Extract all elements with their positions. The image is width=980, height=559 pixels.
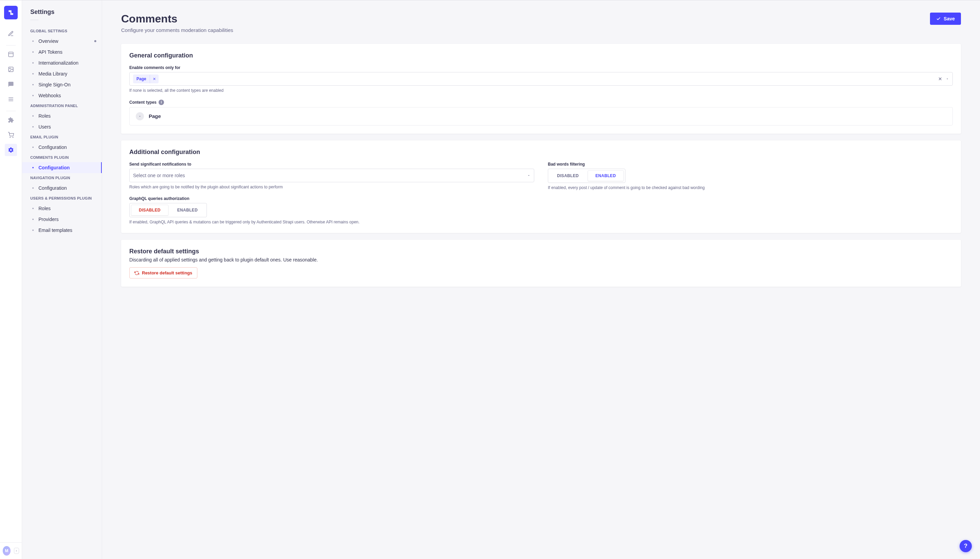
list-icon[interactable] bbox=[5, 93, 17, 106]
sidebar-item-label: Configuration bbox=[38, 185, 67, 191]
sidebar-item-label: Single Sign-On bbox=[38, 82, 70, 88]
user-avatar[interactable]: M bbox=[3, 546, 10, 556]
marketplace-icon[interactable] bbox=[5, 129, 17, 141]
sidebar-item-label: Webhooks bbox=[38, 93, 61, 98]
additional-config-card: Additional configuration Send significan… bbox=[121, 141, 961, 233]
settings-sidebar: Settings GLOBAL SETTINGSOverviewAPI Toke… bbox=[22, 0, 102, 559]
sidebar-item[interactable]: Roles bbox=[22, 203, 102, 214]
graphql-toggle: DISABLED ENABLED bbox=[129, 203, 207, 217]
section-label: NAVIGATION PLUGIN bbox=[22, 173, 102, 183]
badwords-disabled-btn[interactable]: DISABLED bbox=[550, 170, 586, 181]
sidebar-item-label: Media Library bbox=[38, 71, 67, 76]
section-label: COMMENTS PLUGIN bbox=[22, 153, 102, 162]
app-logo[interactable] bbox=[4, 6, 18, 19]
settings-icon[interactable] bbox=[5, 144, 17, 156]
additional-title: Additional configuration bbox=[129, 149, 953, 156]
badwords-toggle: DISABLED ENABLED bbox=[548, 169, 625, 183]
chevron-down-icon bbox=[527, 174, 531, 177]
sidebar-item[interactable]: Configuration bbox=[22, 142, 102, 153]
general-title: General configuration bbox=[129, 52, 953, 59]
page-title: Comments bbox=[121, 13, 233, 25]
sidebar-item[interactable]: Roles bbox=[22, 111, 102, 121]
sidebar-item-label: Providers bbox=[38, 217, 58, 222]
sidebar-item-label: Roles bbox=[38, 113, 51, 119]
graphql-disabled-btn[interactable]: DISABLED bbox=[131, 205, 168, 215]
page-subtitle: Configure your comments moderation capab… bbox=[121, 27, 233, 33]
restore-subtitle: Discarding all of applied settings and g… bbox=[129, 257, 953, 263]
svg-rect-0 bbox=[8, 52, 13, 57]
notify-select[interactable]: Select one or more roles bbox=[129, 169, 534, 182]
rail-expand[interactable] bbox=[14, 548, 19, 554]
enable-label: Enable comments only for bbox=[129, 65, 953, 70]
comments-icon[interactable] bbox=[5, 78, 17, 91]
content-icon[interactable] bbox=[5, 28, 17, 40]
sidebar-item-label: API Tokens bbox=[38, 49, 63, 55]
sidebar-item-label: Roles bbox=[38, 206, 51, 211]
enable-help: If none is selected, all the content typ… bbox=[129, 88, 953, 94]
restore-card: Restore default settings Discarding all … bbox=[121, 240, 961, 287]
sidebar-item-label: Internationalization bbox=[38, 60, 79, 66]
sidebar-item[interactable]: Providers bbox=[22, 214, 102, 225]
main-content: Comments Configure your comments moderat… bbox=[102, 0, 980, 559]
graphql-help: If enabled, GraphQL API queries & mutati… bbox=[129, 219, 534, 225]
sidebar-item-label: Configuration bbox=[38, 144, 67, 150]
restore-title: Restore default settings bbox=[129, 248, 953, 255]
section-label: ADMINISTRATION PANEL bbox=[22, 101, 102, 111]
sidebar-item[interactable]: Single Sign-On bbox=[22, 79, 102, 90]
badwords-enabled-btn[interactable]: ENABLED bbox=[588, 170, 624, 181]
sidebar-item-label: Overview bbox=[38, 38, 58, 44]
sidebar-item[interactable]: Media Library bbox=[22, 68, 102, 79]
badwords-label: Bad words filtering bbox=[548, 162, 953, 167]
general-config-card: General configuration Enable comments on… bbox=[121, 44, 961, 134]
section-label: EMAIL PLUGIN bbox=[22, 132, 102, 142]
sidebar-title: Settings bbox=[22, 8, 102, 20]
sidebar-item[interactable]: Email templates bbox=[22, 225, 102, 236]
graphql-label: GraphQL queries authorization bbox=[129, 196, 534, 201]
section-label: GLOBAL SETTINGS bbox=[22, 26, 102, 36]
sidebar-item[interactable]: Internationalization bbox=[22, 58, 102, 68]
refresh-icon bbox=[134, 271, 139, 275]
sidebar-item[interactable]: Configuration bbox=[22, 162, 102, 173]
notify-help: Roles which are going to be notified by … bbox=[129, 184, 534, 190]
sidebar-item[interactable]: Overview bbox=[22, 36, 102, 46]
sidebar-item[interactable]: API Tokens bbox=[22, 46, 102, 58]
tag-page: Page ✕ bbox=[133, 74, 159, 83]
svg-point-3 bbox=[10, 137, 10, 138]
plugins-icon[interactable] bbox=[5, 114, 17, 126]
save-button[interactable]: Save bbox=[930, 13, 961, 25]
content-type-accordion[interactable]: Page bbox=[129, 107, 953, 126]
restore-button[interactable]: Restore default settings bbox=[129, 267, 197, 278]
graphql-enabled-btn[interactable]: ENABLED bbox=[170, 205, 205, 215]
notify-label: Send significant notifications to bbox=[129, 162, 534, 167]
indicator-dot bbox=[94, 40, 96, 42]
section-label: USERS & PERMISSIONS PLUGIN bbox=[22, 194, 102, 203]
sidebar-item-label: Configuration bbox=[38, 165, 70, 170]
sidebar-item[interactable]: Configuration bbox=[22, 183, 102, 194]
media-icon[interactable] bbox=[5, 63, 17, 76]
help-fab[interactable]: ? bbox=[960, 540, 972, 552]
enable-select[interactable]: Page ✕ ✕ bbox=[129, 72, 953, 86]
builder-icon[interactable] bbox=[5, 48, 17, 61]
badwords-help: If enabled, every post / update of comme… bbox=[548, 185, 953, 191]
info-icon[interactable]: i bbox=[159, 99, 164, 105]
clear-icon[interactable]: ✕ bbox=[938, 76, 942, 82]
sidebar-item[interactable]: Users bbox=[22, 121, 102, 132]
sidebar-item[interactable]: Webhooks bbox=[22, 90, 102, 101]
nav-rail: M bbox=[0, 0, 22, 559]
svg-point-2 bbox=[10, 68, 10, 69]
tag-remove[interactable]: ✕ bbox=[150, 75, 159, 83]
chevron-down-icon bbox=[136, 112, 144, 121]
chevron-down-icon bbox=[946, 77, 949, 81]
content-types-label: Content types i bbox=[129, 99, 953, 105]
sidebar-item-label: Users bbox=[38, 124, 51, 129]
sidebar-item-label: Email templates bbox=[38, 227, 73, 233]
svg-point-4 bbox=[13, 137, 13, 138]
check-icon bbox=[936, 17, 941, 21]
